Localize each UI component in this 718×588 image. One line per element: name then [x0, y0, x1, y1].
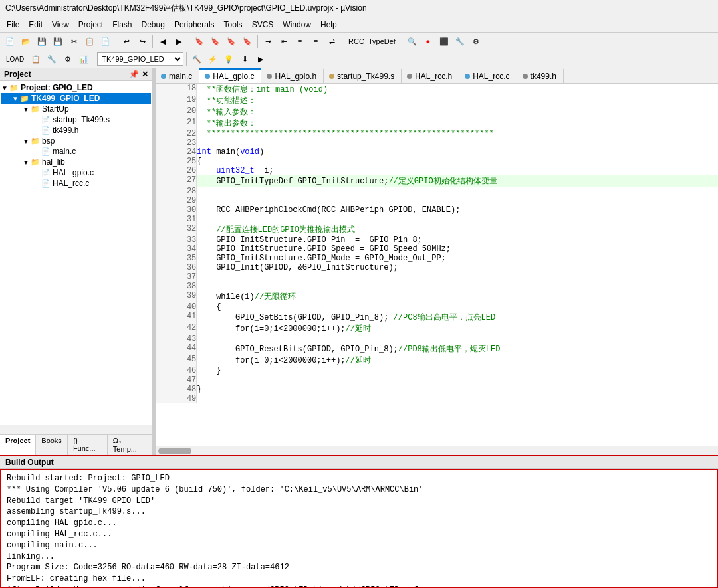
stop-btn[interactable]: ⬛ — [437, 34, 451, 49]
tb2-btn4[interactable]: 📊 — [76, 52, 91, 66]
line-code[interactable]: for(i=0;i<2000000;i++);//延时 — [197, 323, 718, 334]
proj-tab-0[interactable]: Project — [0, 435, 36, 455]
menu-item-svcs[interactable]: SVCS — [248, 19, 278, 31]
tree-item-6[interactable]: 📄main.c — [1, 146, 151, 157]
flash-btn[interactable]: 💡 — [221, 52, 236, 66]
new-file-btn[interactable]: 📄 — [3, 34, 17, 49]
tree-item-2[interactable]: ▼📁StartUp — [1, 104, 151, 114]
file-tab-3[interactable]: startup_Tk499.s — [324, 68, 402, 83]
bookmark4-btn[interactable]: 🔖 — [240, 34, 255, 49]
menu-item-help[interactable]: Help — [316, 19, 341, 31]
nav-back-btn[interactable]: ◀ — [156, 34, 170, 49]
line-code[interactable]: RCC_AHBPeriphClockCmd(RCC_AHBPeriph_GPIO… — [197, 205, 718, 215]
line-code[interactable]: GPIO_Init(GPIOD, &GPIO_InitStructure); — [197, 263, 718, 272]
tb2-btn3[interactable]: ⚙ — [60, 52, 75, 66]
line-code[interactable]: **输出参数： — [197, 118, 718, 129]
save-all-btn[interactable]: 💾 — [51, 34, 65, 49]
line-code[interactable] — [197, 215, 718, 224]
tree-item-9[interactable]: 📄HAL_rcc.c — [1, 178, 151, 189]
line-code[interactable]: while(1)//无限循环 — [197, 291, 718, 302]
line-code[interactable]: } — [197, 366, 718, 375]
settings-btn[interactable]: ⚙ — [469, 34, 483, 49]
proj-tab-2[interactable]: {} Func... — [68, 435, 108, 455]
line-code[interactable]: **功能描述： — [197, 95, 718, 106]
build-btn[interactable]: 🔨 — [189, 52, 204, 66]
tree-item-4[interactable]: 📄tk499.h — [1, 125, 151, 136]
line-code[interactable] — [197, 375, 718, 385]
file-tab-1[interactable]: HAL_gpio.c — [199, 68, 261, 83]
outdent-btn[interactable]: ⇤ — [277, 34, 291, 49]
debug-start-btn[interactable]: ▶ — [253, 52, 268, 66]
undo-btn[interactable]: ↩ — [119, 34, 134, 49]
save-btn[interactable]: 💾 — [35, 34, 49, 49]
indent-btn[interactable]: ⇥ — [261, 34, 275, 49]
tree-item-8[interactable]: 📄HAL_gpio.c — [1, 167, 151, 178]
line-code[interactable]: **函数信息：int main (void) — [197, 84, 718, 95]
code-editor[interactable]: 18 **函数信息：int main (void)19 **功能描述：20 **… — [156, 84, 718, 446]
cut-btn[interactable]: ✂ — [66, 34, 81, 49]
close-icon[interactable]: ✕ — [142, 70, 148, 79]
line-code[interactable]: GPIO_SetBits(GPIOD, GPIO_Pin_8); //PC8输出… — [197, 312, 718, 323]
debug-btn[interactable]: 🔧 — [453, 34, 467, 49]
menu-item-file[interactable]: File — [3, 19, 23, 31]
file-tab-6[interactable]: tk499.h — [517, 68, 564, 83]
line-code[interactable]: { — [197, 157, 718, 166]
line-code[interactable] — [197, 394, 718, 403]
line-code[interactable] — [197, 272, 718, 282]
line-code[interactable]: ****************************************… — [197, 129, 718, 138]
line-code[interactable]: { — [197, 302, 718, 312]
line-code[interactable]: uint32_t i; — [197, 166, 718, 175]
line-code[interactable]: GPIO_InitStructure.GPIO_Mode = GPIO_Mode… — [197, 254, 718, 263]
pin-icon[interactable]: 📌 — [129, 70, 139, 79]
line-code[interactable]: for(i=0;i<2000000;i++);//延时 — [197, 355, 718, 366]
menu-item-debug[interactable]: Debug — [138, 19, 169, 31]
bookmark-btn[interactable]: 🔖 — [192, 34, 207, 49]
build-output-content[interactable]: Rebuild started: Project: GPIO_LED*** Us… — [0, 469, 718, 588]
file-tab-0[interactable]: main.c — [156, 68, 199, 83]
tree-item-5[interactable]: ▼📁bsp — [1, 136, 151, 146]
rcc-btn[interactable]: RCC_TypeDef — [345, 34, 399, 49]
paste-btn[interactable]: 📄 — [98, 34, 113, 49]
tree-item-3[interactable]: 📄startup_Tk499.s — [1, 114, 151, 125]
tree-item-7[interactable]: ▼📁hal_lib — [1, 157, 151, 167]
open-btn[interactable]: 📂 — [19, 34, 33, 49]
line-code[interactable]: GPIO_ResetBits(GPIOD, GPIO_Pin_8);//PD8输… — [197, 343, 718, 355]
proj-tab-3[interactable]: Ω₄ Temp... — [108, 435, 152, 455]
menu-item-tools[interactable]: Tools — [220, 19, 247, 31]
redo-btn[interactable]: ↪ — [135, 34, 150, 49]
line-code[interactable]: GPIO_InitStructure.GPIO_Pin = GPIO_Pin_8… — [197, 235, 718, 245]
tb2-btn2[interactable]: 🔧 — [45, 52, 59, 66]
menu-item-window[interactable]: Window — [279, 19, 315, 31]
load-btn[interactable]: LOAD — [3, 52, 27, 66]
rebuild-btn[interactable]: ⚡ — [205, 52, 220, 66]
bookmark2-btn[interactable]: 🔖 — [208, 34, 223, 49]
tree-item-0[interactable]: ▼📁Project: GPIO_LED — [1, 82, 151, 93]
line-code[interactable]: } — [197, 385, 718, 394]
line-code[interactable] — [197, 334, 718, 343]
download-btn[interactable]: ⬇ — [237, 52, 252, 66]
align3-btn[interactable]: ⇌ — [324, 34, 339, 49]
line-code[interactable] — [197, 138, 718, 147]
proj-tab-1[interactable]: Books — [36, 435, 68, 455]
menu-item-project[interactable]: Project — [74, 19, 107, 31]
search-btn[interactable]: 🔍 — [405, 34, 419, 49]
menu-item-flash[interactable]: Flash — [108, 19, 136, 31]
tree-item-1[interactable]: ▼📁TK499_GPIO_LED — [1, 93, 151, 104]
menu-item-view[interactable]: View — [48, 19, 73, 31]
line-code[interactable]: GPIO_InitStructure.GPIO_Speed = GPIO_Spe… — [197, 245, 718, 254]
line-code[interactable]: //配置连接LED的GPIO为推挽输出模式 — [197, 224, 718, 235]
tb2-btn1[interactable]: 📋 — [29, 52, 43, 66]
run-btn[interactable]: ● — [421, 34, 435, 49]
align-btn[interactable]: ≡ — [293, 34, 307, 49]
line-code[interactable]: GPIO_InitTypeDef GPIO_InitStructure;//定义… — [197, 175, 718, 187]
file-tab-4[interactable]: HAL_rcc.h — [402, 68, 459, 83]
copy-btn[interactable]: 📋 — [82, 34, 97, 49]
menu-item-edit[interactable]: Edit — [25, 19, 47, 31]
line-code[interactable]: **输入参数： — [197, 106, 718, 118]
file-tab-5[interactable]: HAL_rcc.c — [459, 68, 517, 83]
nav-fwd-btn[interactable]: ▶ — [172, 34, 186, 49]
align2-btn[interactable]: ≡ — [308, 34, 323, 49]
line-code[interactable] — [197, 282, 718, 291]
line-code[interactable]: int main(void) — [197, 147, 718, 157]
line-code[interactable] — [197, 187, 718, 196]
